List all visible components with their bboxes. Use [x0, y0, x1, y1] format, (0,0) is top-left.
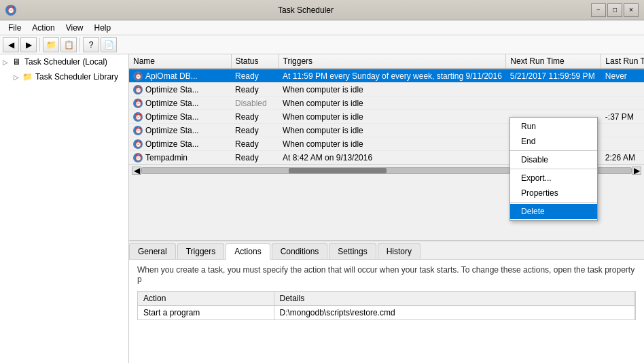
task-status: Disabled [231, 97, 279, 110]
tab-settings[interactable]: Settings [329, 243, 376, 259]
table-row[interactable]: ⏰ApiOmat DB...ReadyAt 11:59 PM every Sun… [129, 69, 644, 83]
task-last-run: Never [601, 69, 644, 83]
context-menu-end[interactable]: End [510, 134, 597, 149]
folder-button[interactable]: 📁 [43, 37, 59, 52]
scroll-thumb [289, 168, 387, 173]
task-triggers: When computer is idle [279, 137, 506, 151]
task-name-cell: ⏰Optimize Sta... [129, 124, 231, 137]
col-action: Action [138, 292, 274, 306]
export-button[interactable]: 📄 [101, 37, 117, 52]
tabs-bar: General Triggers Actions Conditions Sett… [129, 241, 644, 260]
toolbar-separator-2 [79, 38, 80, 52]
task-last-run [601, 124, 644, 137]
task-next-run [506, 97, 601, 110]
actions-table-body: Start a programD:\mongodb\scripts\restor… [138, 306, 635, 320]
actions-table: Action Details Start a programD:\mongodb… [138, 292, 635, 319]
action-type: Start a program [138, 306, 274, 320]
task-status: Ready [231, 69, 279, 83]
task-triggers: When computer is idle [279, 97, 506, 110]
task-last-run: 2:26 AM [601, 151, 644, 165]
context-menu: Run End Disable Export... Properties Del… [509, 117, 598, 221]
context-menu-disable[interactable]: Disable [510, 152, 597, 167]
task-next-run: 5/21/2017 11:59:59 PM [506, 69, 601, 83]
toolbar: ◀ ▶ 📁 📋 ? 📄 [0, 35, 644, 54]
task-name-cell: ⏰Optimize Sta... [129, 97, 231, 110]
menu-action[interactable]: Action [26, 22, 60, 34]
context-menu-properties[interactable]: Properties [510, 186, 597, 201]
expand-icon: ▷ [3, 58, 8, 66]
task-triggers: At 8:42 AM on 9/13/2016 [279, 151, 506, 165]
context-menu-sep-2 [510, 169, 597, 169]
table-row[interactable]: ⏰Optimize Sta...ReadyWhen computer is id… [129, 83, 644, 97]
details-button[interactable]: 📋 [60, 37, 77, 52]
bottom-panel: General Triggers Actions Conditions Sett… [129, 241, 644, 363]
scroll-left-btn[interactable]: ◀ [132, 167, 141, 175]
col-details: Details [274, 292, 635, 306]
task-last-run: -:37 PM [601, 110, 644, 124]
tab-history[interactable]: History [378, 243, 421, 259]
back-button[interactable]: ◀ [3, 37, 19, 52]
tab-actions[interactable]: Actions [226, 243, 270, 260]
scheduler-icon: 🖥 [11, 56, 22, 67]
library-icon: 📁 [22, 71, 33, 82]
task-name-cell: ⏰ApiOmat DB... [129, 69, 231, 83]
menu-view[interactable]: View [60, 22, 89, 34]
help-button[interactable]: ? [83, 37, 99, 52]
window-title: Task Scheduler [20, 5, 591, 15]
col-triggers[interactable]: Triggers [279, 54, 506, 69]
toolbar-separator-1 [39, 38, 40, 52]
task-status: Ready [231, 137, 279, 151]
task-name-cell: ⏰Optimize Sta... [129, 83, 231, 97]
title-bar: ⏰ Task Scheduler − □ × [0, 0, 644, 20]
col-name[interactable]: Name [129, 54, 231, 69]
task-triggers: At 11:59 PM every Sunday of every week, … [279, 69, 506, 83]
sidebar-item-local[interactable]: ▷ 🖥 Task Scheduler (Local) [0, 54, 128, 69]
task-triggers: When computer is idle [279, 124, 506, 137]
menu-help[interactable]: Help [89, 22, 117, 34]
context-menu-run[interactable]: Run [510, 119, 597, 134]
actions-row: Start a programD:\mongodb\scripts\restor… [138, 306, 635, 320]
actions-header-row: Action Details [138, 292, 635, 306]
main-layout: ▷ 🖥 Task Scheduler (Local) ▷ 📁 Task Sche… [0, 54, 644, 363]
action-details: D:\mongodb\scripts\restore.cmd [274, 306, 635, 320]
context-menu-sep-3 [510, 202, 597, 203]
tab-content-actions: When you create a task, you must specify… [129, 260, 644, 326]
scroll-right-btn[interactable]: ▶ [632, 167, 641, 175]
task-last-run [601, 83, 644, 97]
task-name-cell: ⏰Tempadmin [129, 151, 231, 165]
table-header-row: Name Status Triggers Next Run Time Last … [129, 54, 644, 69]
menu-file[interactable]: File [3, 22, 26, 34]
task-list-area: Name Status Triggers Next Run Time Last … [129, 54, 644, 241]
context-menu-sep-1 [510, 150, 597, 151]
task-name-cell: ⏰Optimize Sta... [129, 110, 231, 124]
tab-triggers[interactable]: Triggers [177, 243, 225, 259]
expand-icon-library: ▷ [14, 73, 19, 81]
app-icon: ⏰ [5, 5, 16, 16]
minimize-button[interactable]: − [591, 3, 606, 17]
table-row[interactable]: ⏰Optimize Sta...DisabledWhen computer is… [129, 97, 644, 110]
col-last-run[interactable]: Last Run Time [601, 54, 644, 69]
sidebar: ▷ 🖥 Task Scheduler (Local) ▷ 📁 Task Sche… [0, 54, 129, 363]
context-menu-export[interactable]: Export... [510, 171, 597, 186]
close-button[interactable]: × [624, 3, 639, 17]
tab-conditions[interactable]: Conditions [272, 243, 328, 259]
task-last-run [601, 137, 644, 151]
forward-button[interactable]: ▶ [20, 37, 37, 52]
task-next-run [506, 83, 601, 97]
task-last-run [601, 97, 644, 110]
sidebar-library-label: Task Scheduler Library [35, 72, 118, 82]
content-area: Name Status Triggers Next Run Time Last … [129, 54, 644, 363]
window-controls: − □ × [591, 3, 639, 17]
task-status: Ready [231, 110, 279, 124]
task-status: Ready [231, 124, 279, 137]
menu-bar: File Action View Help [0, 20, 644, 35]
task-triggers: When computer is idle [279, 110, 506, 124]
actions-table-wrapper: Action Details Start a programD:\mongodb… [137, 291, 636, 320]
context-menu-delete[interactable]: Delete [510, 204, 597, 219]
sidebar-item-library[interactable]: ▷ 📁 Task Scheduler Library [0, 69, 128, 84]
task-status: Ready [231, 83, 279, 97]
tab-general[interactable]: General [129, 243, 176, 259]
col-status[interactable]: Status [231, 54, 279, 69]
maximize-button[interactable]: □ [607, 3, 622, 17]
col-next-run[interactable]: Next Run Time [506, 54, 601, 69]
